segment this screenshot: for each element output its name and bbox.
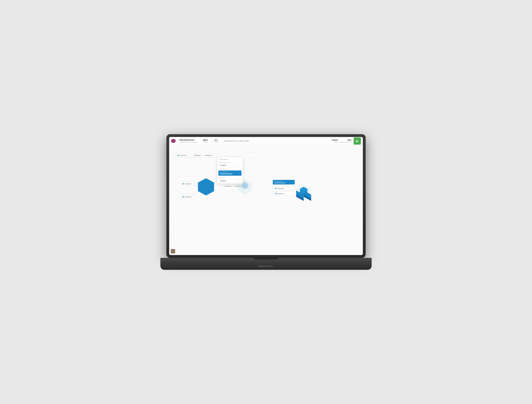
news-source-select[interactable]: Default ∨	[218, 163, 241, 167]
right-sources-icon	[275, 188, 277, 189]
connector1: ›	[190, 154, 190, 156]
project-name: why.preprocess	[179, 139, 197, 141]
hex-right-svg	[295, 184, 313, 202]
project-info: why.preprocess Preprocess some articles	[179, 139, 197, 143]
processor-name: Goose3 parser	[220, 173, 233, 175]
sources-label: Sources	[180, 154, 186, 156]
connector2: ›	[216, 154, 217, 156]
right-source1-icon	[275, 193, 277, 195]
scheme-node[interactable]: Scheme 1 → Scheme 2	[191, 153, 215, 157]
right-source1-node[interactable]: Source 1	[273, 192, 295, 195]
processor-arrow-icon: ›	[239, 172, 240, 174]
article-label: ARTICLE	[217, 176, 243, 179]
branch-name: Main	[203, 139, 208, 141]
version-number: 0.1	[213, 139, 219, 141]
connections-svg	[169, 145, 363, 255]
add-node-button[interactable]: +	[249, 153, 256, 158]
host-info: Cloud Host	[332, 139, 337, 143]
news-source-value: Default	[220, 164, 226, 166]
host-label: Host	[332, 141, 337, 143]
svg-marker-5	[198, 178, 214, 195]
version-info[interactable]: 0.1 Version	[213, 139, 219, 143]
scheme-label: Scheme 1 → Scheme 2	[194, 154, 213, 156]
run-button[interactable]	[354, 137, 361, 144]
source2-icon	[182, 196, 184, 198]
hex-svg	[197, 178, 215, 196]
source1-label: Source 1	[185, 183, 192, 185]
source2-label: Source 2	[185, 196, 192, 198]
right-cluster: PROCESSOR Goose3 parser › Sources	[273, 180, 295, 195]
sources-node[interactable]: Sources	[175, 153, 189, 157]
article-select[interactable]: Default ∨	[218, 179, 241, 183]
right-source1-label: Source 1	[277, 193, 285, 195]
account-label: Service account	[340, 141, 351, 143]
processor-label: PROCESSOR	[217, 168, 243, 170]
host-value: Cloud	[332, 139, 337, 141]
news-source-label: NEWS SOURCE	[217, 161, 243, 163]
user-avatar[interactable]: U	[171, 249, 175, 254]
processor-inner: PROCESSOR Goose3 parser	[220, 171, 233, 175]
branch-label: Branch	[203, 141, 208, 143]
right-hexagon	[295, 184, 313, 202]
article-value: Default	[220, 180, 226, 182]
version-label: Version	[213, 141, 219, 143]
big-hexagon	[197, 178, 215, 196]
right-processor-node[interactable]: PROCESSOR Goose3 parser ›	[273, 180, 295, 184]
app-logo	[171, 139, 176, 143]
right-sources-node[interactable]: Sources	[273, 186, 295, 190]
source1-icon	[182, 183, 184, 185]
source2-node[interactable]: Source 2	[180, 195, 194, 199]
laptop-base: MacBook Pro	[160, 258, 372, 270]
source1-node[interactable]: Source 1	[180, 182, 194, 186]
popup-title: Article parser	[217, 157, 243, 161]
right-processor-name: Goose3 parser	[274, 182, 285, 184]
account-value: Test	[340, 139, 351, 141]
project-desc: Preprocess some articles	[179, 141, 197, 143]
header-right: Cloud Host Test Service account	[332, 137, 361, 144]
right-sources-label: Sources	[277, 188, 284, 189]
chevron-down-icon: ∨	[239, 164, 240, 166]
chevron-down-icon2: ∨	[239, 180, 240, 182]
back-button[interactable]: ‹	[177, 139, 178, 143]
processor-node[interactable]: PROCESSOR Goose3 parser ›	[218, 170, 241, 176]
avatar-initials: U	[172, 250, 174, 252]
macbook-label: MacBook Pro	[259, 265, 273, 267]
article-parser-popup: Article parser NEWS SOURCE Default ∨ PRO…	[217, 157, 243, 184]
right-processor-arrow-icon: ›	[292, 181, 293, 183]
account-info: Test Service account	[340, 139, 351, 143]
app-header: ‹ why.preprocess Preprocess some article…	[169, 137, 363, 145]
pipeline-canvas: Sources › Scheme 1 → Scheme 2 › Article …	[169, 145, 363, 255]
right-processor-inner: PROCESSOR Goose3 parser	[274, 181, 285, 184]
search-input[interactable]	[222, 139, 330, 143]
branch-info[interactable]: Main Branch	[203, 139, 208, 143]
header-divider2	[212, 139, 212, 143]
pipeline-row: Sources › Scheme 1 → Scheme 2 › Article …	[175, 153, 256, 158]
header-divider1	[201, 139, 201, 143]
sources-icon	[177, 155, 179, 156]
